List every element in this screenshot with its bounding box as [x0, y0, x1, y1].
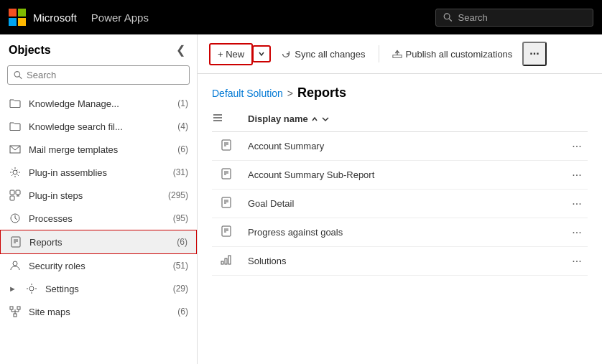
- sidebar-item-plugin-assemblies[interactable]: Plug-in assemblies (31): [0, 161, 197, 184]
- table-row[interactable]: Account Summary ···: [212, 132, 588, 161]
- header-icon-col: [212, 112, 241, 126]
- svg-rect-28: [222, 140, 231, 150]
- sidebar-item-label: Processes: [29, 213, 166, 224]
- publish-button[interactable]: Publish all customizations: [385, 45, 520, 64]
- breadcrumb: Default Solution > Reports: [198, 74, 602, 106]
- process-icon: [9, 212, 22, 225]
- row-icon: [212, 139, 241, 153]
- toolbar: + New Sync all changes Publish all custo…: [198, 34, 602, 74]
- row-display-name: Progress against goals: [248, 227, 559, 238]
- breadcrumb-current: Reports: [297, 85, 346, 101]
- svg-point-14: [13, 261, 17, 266]
- sidebar-item-count: (29): [173, 284, 188, 294]
- row-more-button[interactable]: ···: [566, 169, 588, 182]
- publish-label: Publish all customizations: [406, 49, 513, 60]
- sidebar-search-icon: [14, 70, 22, 80]
- sort-asc-icon: [311, 116, 318, 123]
- sidebar-item-mail-merge[interactable]: Mail merge templates (6): [0, 138, 197, 161]
- new-button-label: + New: [218, 49, 244, 60]
- sidebar-item-label: Knowledge search fil...: [29, 121, 170, 132]
- svg-line-1: [449, 19, 452, 22]
- global-search[interactable]: [435, 9, 593, 27]
- sync-icon: [281, 49, 291, 59]
- overflow-button[interactable]: ···: [522, 42, 546, 66]
- sort-rows-icon: [212, 112, 223, 123]
- row-display-name: Account Summary: [248, 141, 559, 151]
- sidebar-item-label: Knowledge Manage...: [29, 98, 170, 109]
- svg-point-0: [444, 14, 450, 19]
- content-area: + New Sync all changes Publish all custo…: [198, 34, 602, 364]
- sidebar-header: Objects ❮: [0, 34, 197, 65]
- sidebar-item-count: (6): [177, 307, 188, 317]
- sidebar-item-knowledge-search[interactable]: Knowledge search fil... (4): [0, 115, 197, 138]
- chevron-down-icon[interactable]: [321, 115, 330, 123]
- table-row[interactable]: Solutions ···: [212, 247, 588, 276]
- sidebar-item-label: Mail merge templates: [29, 144, 170, 155]
- microsoft-logo[interactable]: Microsoft: [9, 9, 77, 26]
- sidebar-collapse-button[interactable]: ❮: [173, 42, 188, 58]
- row-display-name: Goal Detail: [248, 198, 559, 209]
- svg-rect-46: [228, 256, 231, 264]
- sync-button[interactable]: Sync all changes: [274, 45, 372, 64]
- sidebar-item-count: (6): [177, 144, 188, 154]
- breadcrumb-parent-link[interactable]: Default Solution: [212, 88, 283, 99]
- sidebar-item-plugin-steps[interactable]: Plug-in steps (295): [0, 184, 197, 207]
- sidebar-item-reports[interactable]: Reports (6): [0, 230, 197, 254]
- svg-rect-7: [16, 190, 20, 195]
- svg-rect-10: [11, 237, 20, 247]
- sidebar-item-site-maps[interactable]: Site maps (6): [0, 300, 197, 323]
- sync-label: Sync all changes: [295, 49, 365, 60]
- svg-rect-32: [222, 169, 231, 179]
- row-more-button[interactable]: ···: [566, 140, 588, 153]
- new-dropdown-button[interactable]: [252, 45, 271, 62]
- sidebar-item-count: (31): [173, 167, 188, 177]
- sitemap-icon: [9, 305, 22, 318]
- svg-rect-36: [222, 197, 231, 207]
- svg-rect-18: [14, 314, 17, 317]
- expand-arrow-icon: ►: [9, 284, 17, 293]
- svg-rect-6: [10, 190, 14, 195]
- breadcrumb-separator: >: [287, 88, 293, 99]
- sidebar-item-label: Reports: [29, 237, 170, 248]
- table-row[interactable]: Account Summary Sub-Report ···: [212, 161, 588, 190]
- sidebar-item-settings[interactable]: ► Settings (29): [0, 277, 197, 300]
- sidebar-item-knowledge-manage[interactable]: Knowledge Manage... (1): [0, 92, 197, 115]
- sidebar-item-security-roles[interactable]: Security roles (51): [0, 254, 197, 277]
- sidebar-item-label: Plug-in assemblies: [29, 167, 166, 178]
- publish-icon: [392, 49, 402, 59]
- svg-rect-8: [10, 196, 14, 200]
- svg-rect-23: [392, 55, 401, 58]
- new-button[interactable]: + New: [209, 43, 253, 65]
- sidebar-item-count: (295): [168, 190, 188, 200]
- sidebar-item-label: Settings: [45, 284, 166, 294]
- row-icon: [212, 197, 241, 210]
- row-more-button[interactable]: ···: [566, 197, 588, 210]
- table-row[interactable]: Goal Detail ···: [212, 190, 588, 218]
- plugin-step-icon: [9, 189, 22, 202]
- svg-point-15: [29, 286, 34, 291]
- sidebar: Objects ❮ Knowledge Manage... (1): [0, 34, 198, 364]
- row-icon: [212, 225, 241, 239]
- row-more-button[interactable]: ···: [566, 226, 588, 239]
- sidebar-title: Objects: [9, 44, 51, 57]
- table-row[interactable]: Progress against goals ···: [212, 218, 588, 247]
- svg-rect-40: [222, 226, 231, 236]
- global-search-input[interactable]: [458, 12, 585, 23]
- sidebar-item-count: (1): [177, 98, 188, 108]
- folder-icon: [9, 97, 22, 110]
- sidebar-items-list: Knowledge Manage... (1) Knowledge search…: [0, 92, 197, 364]
- display-name-header[interactable]: Display name: [248, 113, 559, 124]
- svg-line-3: [19, 76, 22, 78]
- sidebar-item-label: Security roles: [29, 261, 166, 271]
- sidebar-search-box[interactable]: [7, 65, 190, 85]
- sidebar-search-input[interactable]: [27, 70, 183, 80]
- ms-grid-icon: [9, 9, 26, 26]
- sidebar-item-label: Site maps: [29, 307, 170, 317]
- svg-point-2: [14, 72, 20, 78]
- row-more-button[interactable]: ···: [566, 255, 588, 268]
- sidebar-item-label: Plug-in steps: [29, 190, 161, 201]
- table-header: Display name: [212, 106, 588, 132]
- sidebar-item-processes[interactable]: Processes (95): [0, 207, 197, 230]
- gear-icon: [9, 166, 22, 179]
- sidebar-item-count: (95): [173, 213, 188, 223]
